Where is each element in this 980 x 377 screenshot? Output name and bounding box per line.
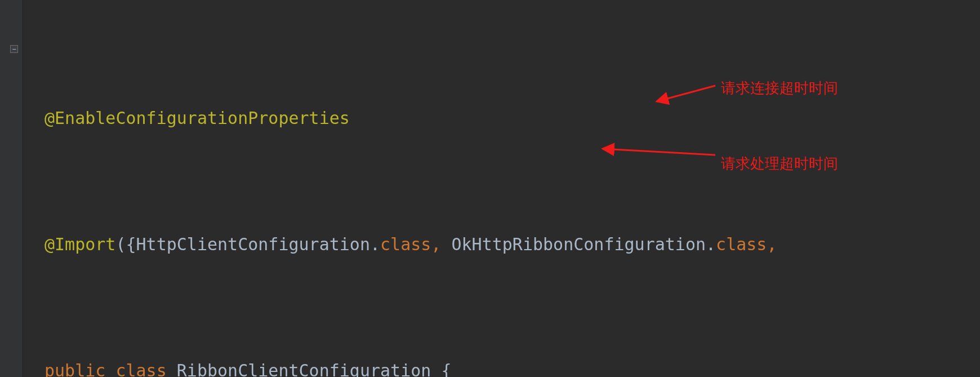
- keyword: class: [380, 234, 431, 254]
- editor-gutter: −: [0, 0, 23, 377]
- code-editor[interactable]: − @EnableConfigurationProperties @Import…: [0, 0, 980, 377]
- paren: ({: [115, 234, 136, 254]
- keyword: public: [44, 361, 105, 377]
- comma: ,: [431, 234, 451, 254]
- comma: ,: [767, 234, 777, 254]
- brace: {: [441, 361, 451, 377]
- dot: .: [370, 234, 380, 254]
- code-line[interactable]: @EnableConfigurationProperties: [29, 103, 777, 134]
- annotation: @Import: [44, 234, 115, 254]
- class-name: RibbonClientConfiguration: [177, 361, 431, 377]
- class-ref: HttpClientConfiguration: [136, 234, 370, 254]
- code-line[interactable]: @Import({HttpClientConfiguration.class, …: [29, 229, 777, 260]
- dot: .: [706, 234, 716, 254]
- annotation: @EnableConfigurationProperties: [44, 108, 350, 128]
- code-area[interactable]: @EnableConfigurationProperties @Import({…: [29, 8, 777, 377]
- fold-collapse-icon[interactable]: −: [10, 45, 18, 53]
- code-line[interactable]: public class RibbonClientConfiguration {: [29, 355, 777, 377]
- keyword: class: [115, 361, 166, 377]
- class-ref: OkHttpRibbonConfiguration: [451, 234, 706, 254]
- keyword: class: [716, 234, 767, 254]
